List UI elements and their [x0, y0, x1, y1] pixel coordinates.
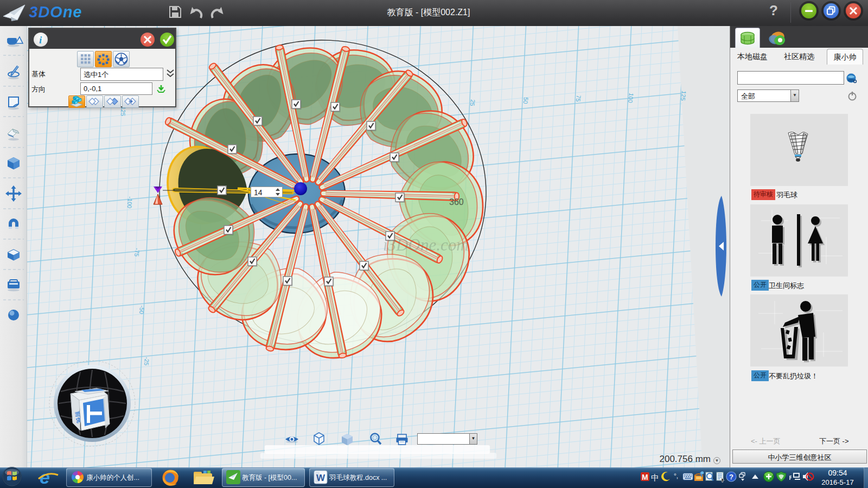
svg-text:100: 100 — [627, 93, 635, 104]
svg-text:W: W — [316, 473, 326, 483]
svg-text:-25: -25 — [143, 357, 150, 366]
svg-text:50: 50 — [522, 97, 529, 105]
svg-text:360: 360 — [449, 197, 464, 207]
svg-text:25: 25 — [469, 99, 476, 107]
svg-text:125: 125 — [680, 91, 687, 101]
svg-text:-100: -100 — [126, 196, 133, 209]
svg-text:M: M — [642, 473, 648, 481]
svg-text:?: ? — [729, 473, 733, 481]
svg-text:-50: -50 — [138, 305, 145, 314]
svg-text:i: i — [39, 34, 42, 46]
svg-text:-75: -75 — [133, 248, 141, 257]
svg-text:75: 75 — [575, 95, 582, 102]
svg-text:°,: °, — [674, 472, 678, 480]
svg-text:中: 中 — [651, 473, 659, 482]
svg-text:i3DOne.com: i3DOne.com — [383, 235, 469, 254]
